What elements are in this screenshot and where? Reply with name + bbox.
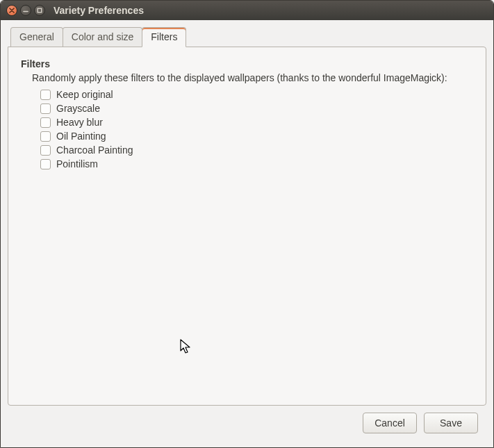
save-button[interactable]: Save <box>424 413 478 433</box>
filter-row-keep-original: Keep original <box>40 89 473 100</box>
dialog-footer: Cancel Save <box>8 406 486 442</box>
filters-heading: Filters <box>21 58 473 69</box>
preferences-window: Variety Preferences General Color and si… <box>0 0 494 448</box>
filter-label: Charcoal Painting <box>56 144 133 156</box>
checkbox-keep-original[interactable] <box>40 90 51 100</box>
filter-row-grayscale: Grayscale <box>40 103 473 114</box>
filter-row-oil-painting: Oil Painting <box>40 131 473 142</box>
tab-general[interactable]: General <box>10 27 63 47</box>
checkbox-heavy-blur[interactable] <box>40 117 51 128</box>
svg-rect-0 <box>38 8 42 13</box>
filter-label: Grayscale <box>56 103 100 114</box>
maximize-icon[interactable] <box>34 5 45 16</box>
minimize-icon[interactable] <box>20 5 31 16</box>
checkbox-pointilism[interactable] <box>40 159 51 169</box>
filter-label: Keep original <box>56 89 113 100</box>
checkbox-charcoal-painting[interactable] <box>40 145 51 156</box>
window-title: Variety Preferences <box>53 5 144 16</box>
cancel-button[interactable]: Cancel <box>363 413 417 433</box>
filter-row-pointilism: Pointilism <box>40 158 473 169</box>
titlebar[interactable]: Variety Preferences <box>1 1 493 20</box>
window-controls <box>6 5 45 16</box>
tab-filters[interactable]: Filters <box>142 27 186 47</box>
filters-list: Keep original Grayscale Heavy blur Oil P… <box>40 89 473 169</box>
checkbox-oil-painting[interactable] <box>40 131 51 142</box>
filter-row-charcoal-painting: Charcoal Painting <box>40 144 473 156</box>
filters-description: Randomly apply these filters to the disp… <box>32 72 473 83</box>
filter-label: Pointilism <box>56 158 98 169</box>
filter-row-heavy-blur: Heavy blur <box>40 117 473 128</box>
checkbox-grayscale[interactable] <box>40 103 51 114</box>
filter-label: Heavy blur <box>56 117 103 128</box>
tab-color-and-size[interactable]: Color and size <box>63 27 143 47</box>
filters-panel: Filters Randomly apply these filters to … <box>8 47 486 406</box>
close-icon[interactable] <box>6 5 17 16</box>
window-body: General Color and size Filters Filters R… <box>1 20 493 447</box>
filter-label: Oil Painting <box>56 131 106 142</box>
tab-bar: General Color and size Filters <box>10 27 486 47</box>
